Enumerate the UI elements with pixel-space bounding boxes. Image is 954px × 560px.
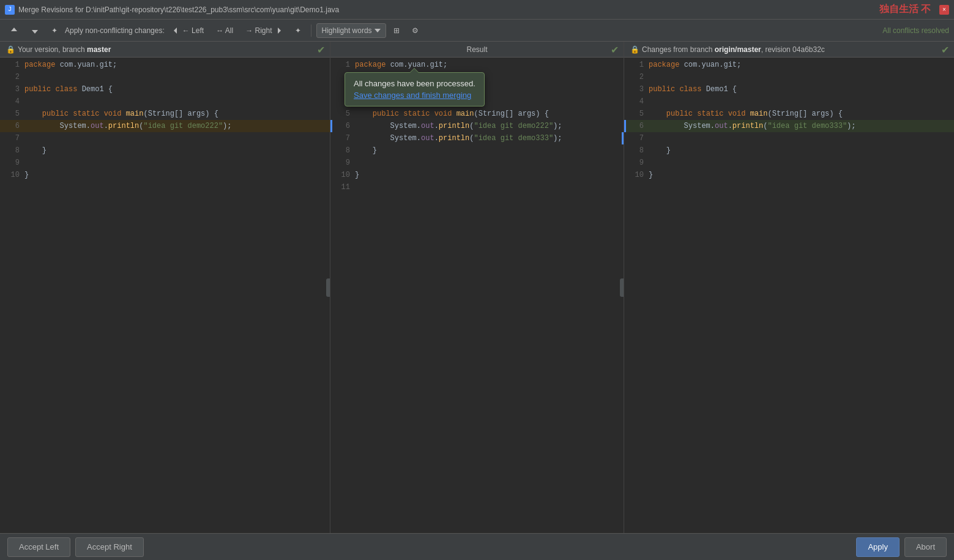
- window-title: Merge Revisions for D:\initPath\git-repo…: [18, 6, 879, 14]
- right-line-4: 4: [624, 95, 954, 108]
- center-panel-check: ✔: [611, 44, 619, 56]
- next-change-button[interactable]: [26, 23, 44, 38]
- apply-right-button[interactable]: → Right: [240, 23, 287, 38]
- conflicts-resolved-label: All conflicts resolved: [882, 26, 949, 35]
- right-panel-title: Changes from branch origin/master, revis…: [642, 45, 825, 54]
- left-line-1: 1 package com.yuan.git;: [0, 59, 330, 71]
- apply-all-button[interactable]: ↔ All: [211, 23, 238, 38]
- left-line-9: 9: [0, 157, 330, 169]
- diff-panels: 🔒 Your version, branch master ✔ 1 packag…: [0, 42, 954, 533]
- accept-left-button[interactable]: Accept Left: [7, 537, 70, 557]
- toolbar: ✦ Apply non-conflicting changes: ← Left …: [0, 20, 954, 42]
- center-line-11: 11: [330, 181, 624, 193]
- left-line-8: 8 }: [0, 144, 330, 157]
- accept-right-button[interactable]: Accept Right: [75, 537, 144, 557]
- center-line-5: 5 public static void main(String[] args)…: [330, 108, 624, 120]
- right-line-9: 9: [624, 157, 954, 169]
- center-panel-title: Result: [466, 45, 487, 54]
- right-line-6: 6 System.out.println("idea git demo333")…: [624, 120, 954, 132]
- highlight-words-dropdown[interactable]: Highlight words: [316, 23, 386, 38]
- right-lock-icon: 🔒: [630, 45, 639, 54]
- tooltip-popup: All changes have been processed. Save ch…: [345, 72, 485, 106]
- toolbar-separator: [311, 24, 311, 37]
- left-code-area[interactable]: 1 package com.yuan.git; 2 3 public class…: [0, 58, 330, 533]
- center-blue-bar-6: [330, 120, 332, 132]
- left-line-2: 2: [0, 71, 330, 83]
- settings-button[interactable]: ⚙: [407, 23, 423, 38]
- app-icon: J: [5, 5, 15, 15]
- right-line-5: 5 public static void main(String[] args)…: [624, 108, 954, 120]
- right-line-2: 2: [624, 71, 954, 83]
- center-panel: Result ✔ 1 package com.yuan.git; 2 3 pub…: [330, 42, 624, 533]
- right-code-area[interactable]: 1 package com.yuan.git; 2 3 public class…: [624, 58, 954, 533]
- title-bar: J Merge Revisions for D:\initPath\git-re…: [0, 0, 954, 20]
- right-line-10: 10 }: [624, 169, 954, 181]
- left-panel-check: ✔: [317, 44, 325, 56]
- left-line-4: 4: [0, 95, 330, 108]
- right-blue-bar-6: [624, 120, 626, 132]
- watermark: 独自生活 不: [879, 3, 931, 16]
- save-finish-link[interactable]: Save changes and finish merging: [354, 91, 475, 100]
- left-divider-handle[interactable]: ⋮: [326, 278, 330, 297]
- prev-change-button[interactable]: [5, 23, 23, 38]
- apply-button[interactable]: Apply: [856, 537, 900, 557]
- left-panel: 🔒 Your version, branch master ✔ 1 packag…: [0, 42, 330, 533]
- left-panel-header: 🔒 Your version, branch master ✔: [0, 42, 330, 58]
- center-line-7: 7 System.out.println("idea git demo333")…: [330, 132, 624, 144]
- right-panel: 🔒 Changes from branch origin/master, rev…: [624, 42, 954, 533]
- center-code-area[interactable]: 1 package com.yuan.git; 2 3 publ 4 5 pub…: [330, 58, 624, 533]
- bottom-bar: Accept Left Accept Right Apply Abort: [0, 533, 954, 560]
- abort-button[interactable]: Abort: [904, 537, 947, 557]
- apply-noncfl-label: Apply non-conflicting changes:: [65, 26, 165, 35]
- center-line-6: 6 System.out.println("idea git demo222")…: [330, 120, 624, 132]
- center-line-9: 9: [330, 157, 624, 169]
- right-panel-check: ✔: [941, 44, 949, 56]
- left-line-10: 10 }: [0, 169, 330, 181]
- right-line-1: 1 package com.yuan.git;: [624, 59, 954, 71]
- left-line-3: 3 public class Demo1 {: [0, 83, 330, 95]
- center-line-10: 10 }: [330, 169, 624, 181]
- center-line-8: 8 }: [330, 144, 624, 157]
- magic-wand2-button[interactable]: ✦: [290, 23, 306, 38]
- right-line-8: 8 }: [624, 144, 954, 157]
- left-line-7: 7: [0, 132, 330, 144]
- tooltip-title: All changes have been processed.: [354, 79, 475, 88]
- magic-wand-button[interactable]: ✦: [47, 23, 62, 38]
- center-divider-handle[interactable]: ⋮: [620, 278, 624, 297]
- grid-view-button[interactable]: ⊞: [389, 23, 404, 38]
- right-panel-header: 🔒 Changes from branch origin/master, rev…: [624, 42, 954, 58]
- center-line-1: 1 package com.yuan.git;: [330, 59, 624, 71]
- right-line-7: 7: [624, 132, 954, 144]
- close-button[interactable]: ×: [939, 5, 949, 15]
- left-line-6: 6 System.out.println("idea git demo222")…: [0, 120, 330, 132]
- left-line-5: 5 public static void main(String[] args)…: [0, 108, 330, 120]
- center-panel-header: Result ✔: [330, 42, 624, 58]
- apply-left-button[interactable]: ← Left: [167, 23, 209, 38]
- left-lock-icon: 🔒: [6, 45, 15, 54]
- right-line-3: 3 public class Demo1 {: [624, 83, 954, 95]
- left-panel-title: Your version, branch master: [18, 45, 111, 54]
